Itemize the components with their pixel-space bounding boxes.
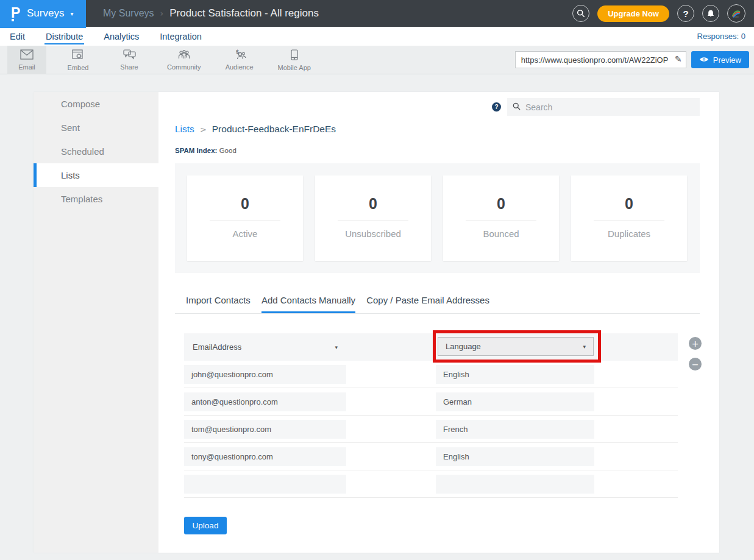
edit-url-pencil-icon[interactable]: ✎ bbox=[675, 54, 682, 64]
share-icon bbox=[123, 49, 136, 62]
upgrade-now-button[interactable]: Upgrade Now bbox=[597, 5, 669, 22]
breadcrumb-separator: > bbox=[200, 125, 207, 134]
notifications-bell-icon[interactable] bbox=[702, 5, 719, 22]
tool-audience[interactable]: $ Audience bbox=[219, 46, 260, 74]
stat-card-active: 0 Active bbox=[187, 175, 303, 261]
sidebar-item-templates[interactable]: Templates bbox=[34, 187, 158, 211]
upload-button[interactable]: Upload bbox=[184, 517, 227, 534]
tab-add-contacts-manually[interactable]: Add Contacts Manually bbox=[261, 295, 355, 313]
spam-index: SPAM Index: Good bbox=[175, 147, 700, 154]
nav-tab-integration[interactable]: Integration bbox=[158, 29, 203, 44]
tool-mobile-app[interactable]: Mobile App bbox=[272, 46, 317, 74]
product-name: Surveys bbox=[27, 7, 64, 19]
search-input[interactable] bbox=[525, 102, 694, 112]
stat-card-bounced: 0 Bounced bbox=[443, 175, 559, 261]
audience-icon: $ bbox=[233, 49, 246, 62]
tool-email[interactable]: Email bbox=[7, 46, 46, 74]
email-icon bbox=[20, 49, 34, 62]
responses-count[interactable]: Responses: 0 bbox=[697, 32, 746, 41]
language-column-select[interactable]: Language ▾ bbox=[438, 337, 594, 356]
language-input[interactable] bbox=[436, 365, 594, 384]
search-icon[interactable] bbox=[572, 5, 589, 22]
breadcrumb: My Surveys › Product Satisfaction - All … bbox=[103, 7, 572, 19]
topbar-actions: Upgrade Now ? bbox=[572, 4, 754, 23]
survey-section-nav: Edit Distribute Analytics Integration Re… bbox=[0, 27, 754, 46]
add-row-button[interactable]: + bbox=[689, 337, 702, 350]
list-stats: 0 Active 0 Unsubscribed 0 Bounced 0 bbox=[175, 163, 700, 273]
breadcrumb-my-surveys[interactable]: My Surveys bbox=[103, 8, 154, 19]
questionpro-logo-icon: P bbox=[11, 5, 22, 22]
eye-icon bbox=[699, 55, 709, 65]
nav-tab-edit[interactable]: Edit bbox=[9, 29, 26, 44]
user-avatar[interactable] bbox=[727, 4, 745, 23]
contact-row bbox=[184, 416, 678, 443]
nav-tab-analytics[interactable]: Analytics bbox=[102, 29, 140, 44]
add-contacts-tabs: Import Contacts Add Contacts Manually Co… bbox=[175, 295, 700, 314]
nav-tab-distribute[interactable]: Distribute bbox=[44, 29, 84, 44]
language-input[interactable] bbox=[436, 392, 594, 411]
chevron-down-icon: ▾ bbox=[335, 344, 338, 350]
language-input[interactable] bbox=[436, 420, 594, 439]
sidebar-item-sent[interactable]: Sent bbox=[34, 116, 158, 140]
sidebar-item-compose[interactable]: Compose bbox=[34, 92, 158, 116]
current-list-name: Product-Feedback-EnFrDeEs bbox=[212, 124, 336, 135]
community-icon bbox=[177, 49, 191, 62]
contact-row bbox=[184, 361, 678, 388]
sidebar-item-lists[interactable]: Lists bbox=[34, 163, 158, 187]
search-icon bbox=[513, 102, 521, 113]
tab-import-contacts[interactable]: Import Contacts bbox=[186, 295, 251, 313]
stat-card-duplicates: 0 Duplicates bbox=[571, 175, 687, 261]
contacts-searchbox bbox=[507, 98, 700, 116]
stat-card-unsubscribed: 0 Unsubscribed bbox=[315, 175, 431, 261]
survey-url-box: ✎ bbox=[515, 51, 686, 68]
embed-icon bbox=[72, 49, 84, 63]
manual-contacts-sheet: EmailAddress ▾ Language ▾ bbox=[184, 333, 678, 498]
email-input[interactable] bbox=[184, 365, 346, 384]
email-lists-panel: Compose Sent Scheduled Lists Templates ?… bbox=[34, 92, 719, 553]
mobile-app-icon bbox=[291, 49, 298, 63]
remove-row-button[interactable]: − bbox=[689, 358, 702, 370]
language-input[interactable] bbox=[436, 475, 594, 494]
logo-edge-accent bbox=[0, 27, 86, 28]
help-icon[interactable]: ? bbox=[677, 5, 694, 22]
email-sidebar: Compose Sent Scheduled Lists Templates bbox=[34, 92, 158, 553]
tool-embed[interactable]: Embed bbox=[59, 46, 98, 74]
list-breadcrumb: Lists > Product-Feedback-EnFrDeEs bbox=[175, 124, 700, 135]
contact-row bbox=[184, 470, 678, 498]
breadcrumb-lists-link[interactable]: Lists bbox=[175, 124, 194, 135]
survey-title: Product Satisfaction - All regions bbox=[169, 7, 319, 19]
distribute-toolbar: Email Embed Share Community $ Audience bbox=[0, 46, 754, 74]
emailaddress-column-select[interactable]: EmailAddress ▾ bbox=[184, 338, 346, 356]
email-input[interactable] bbox=[184, 447, 346, 466]
top-bar: P Surveys ▾ My Surveys › Product Satisfa… bbox=[0, 0, 754, 27]
email-input[interactable] bbox=[184, 475, 346, 494]
tool-community[interactable]: Community bbox=[161, 46, 207, 74]
contact-row bbox=[184, 388, 678, 416]
language-input[interactable] bbox=[436, 447, 594, 466]
chevron-down-icon: ▾ bbox=[70, 10, 73, 17]
list-detail-main: ? Lists > Product-Feedback-EnFrDeEs SPAM… bbox=[158, 92, 719, 553]
email-input[interactable] bbox=[184, 420, 346, 439]
preview-button[interactable]: Preview bbox=[691, 51, 749, 68]
tab-copy-paste-email-addresses[interactable]: Copy / Paste Email Addresses bbox=[366, 295, 489, 313]
highlight-annotation-language: Language ▾ bbox=[433, 330, 601, 363]
survey-url-input[interactable] bbox=[515, 51, 686, 68]
product-switcher[interactable]: P Surveys ▾ bbox=[0, 0, 86, 27]
tool-share[interactable]: Share bbox=[110, 46, 149, 74]
sheet-header-row: EmailAddress ▾ Language ▾ bbox=[184, 333, 678, 361]
chevron-down-icon: ▾ bbox=[583, 344, 586, 350]
email-input[interactable] bbox=[184, 392, 346, 411]
sidebar-item-scheduled[interactable]: Scheduled bbox=[34, 140, 158, 163]
breadcrumb-separator: › bbox=[160, 9, 164, 18]
contact-row bbox=[184, 443, 678, 470]
contextual-help-icon[interactable]: ? bbox=[492, 102, 501, 112]
